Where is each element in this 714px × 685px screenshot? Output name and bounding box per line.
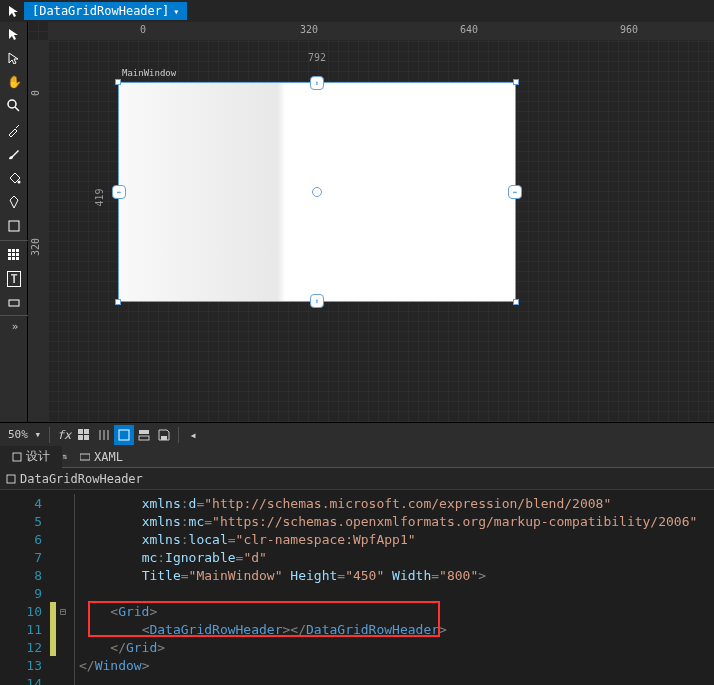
bucket-tool-icon[interactable]	[0, 166, 28, 190]
resize-handle-left[interactable]: ⬌	[112, 185, 126, 199]
line-number: 11	[0, 622, 50, 637]
line-number: 13	[0, 658, 50, 673]
svg-rect-11	[12, 257, 15, 260]
resize-handle-top[interactable]: ⬍	[310, 76, 324, 90]
outline-guide	[74, 602, 75, 620]
line-number: 8	[0, 568, 50, 583]
code-text[interactable]: <Grid>	[79, 604, 157, 619]
code-line[interactable]: 10⊟ <Grid>	[0, 602, 714, 620]
view-tabs: 设计 ⇅ XAML	[0, 446, 714, 468]
svg-rect-15	[84, 429, 89, 434]
svg-rect-13	[9, 300, 19, 306]
direct-select-tool-icon[interactable]	[0, 46, 28, 70]
center-anchor-icon[interactable]	[312, 187, 322, 197]
resize-handle-right[interactable]: ⬌	[508, 185, 522, 199]
selection-corner[interactable]	[115, 79, 121, 85]
design-surface[interactable]: 0 320 640 960 0 320 792 419 MainWindow ⬍…	[28, 22, 714, 422]
tool-panel: ✋ T »	[0, 22, 28, 422]
outline-guide	[74, 656, 75, 674]
zoom-level[interactable]: 50% ▾	[4, 428, 45, 441]
code-line[interactable]: 8 Title="MainWindow" Height="450" Width=…	[0, 566, 714, 584]
grid-tool-icon[interactable]	[0, 243, 28, 267]
snap-lines-icon[interactable]	[94, 425, 114, 445]
svg-rect-27	[7, 475, 15, 483]
code-line[interactable]: 11 <DataGridRowHeader></DataGridRowHeade…	[0, 620, 714, 638]
eyedropper-tool-icon[interactable]	[0, 118, 28, 142]
code-line[interactable]: 14	[0, 674, 714, 685]
outline-guide	[74, 584, 75, 602]
line-number: 10	[0, 604, 50, 619]
control-tool-icon[interactable]	[0, 291, 28, 315]
hand-tool-icon[interactable]: ✋	[0, 70, 28, 94]
ruler-tick: 0	[140, 24, 146, 35]
element-breadcrumb[interactable]: [DataGridRowHeader] ▾	[24, 2, 187, 20]
change-marker	[50, 512, 56, 530]
designer-statusbar: 50% ▾ fx ◂	[0, 422, 714, 446]
outline-guide	[74, 638, 75, 656]
fold-toggle-icon[interactable]: ⊟	[56, 606, 70, 617]
change-marker	[50, 494, 56, 512]
grid-snap-icon[interactable]	[74, 425, 94, 445]
code-line[interactable]: 6 xmlns:local="clr-namespace:WpfApp1"	[0, 530, 714, 548]
selection-corner[interactable]	[115, 299, 121, 305]
code-editor[interactable]: 4 xmlns:d="http://schemas.microsoft.com/…	[0, 490, 714, 685]
code-line[interactable]: 4 xmlns:d="http://schemas.microsoft.com/…	[0, 494, 714, 512]
pointer-tool-icon[interactable]	[0, 22, 28, 46]
tab-design[interactable]: 设计	[0, 446, 62, 468]
svg-rect-26	[80, 454, 90, 460]
code-text[interactable]: </Window>	[79, 658, 149, 673]
code-text[interactable]: xmlns:d="http://schemas.microsoft.com/ex…	[79, 496, 611, 511]
code-text[interactable]: xmlns:mc="https://schemas.openxmlformats…	[79, 514, 697, 529]
line-number: 12	[0, 640, 50, 655]
rect-tool-icon[interactable]	[0, 214, 28, 238]
code-text[interactable]: Title="MainWindow" Height="450" Width="8…	[79, 568, 486, 583]
save-icon[interactable]	[154, 425, 174, 445]
pen-tool-icon[interactable]	[0, 190, 28, 214]
horizontal-ruler: 0 320 640 960	[48, 22, 714, 40]
code-text[interactable]: mc:Ignorable="d"	[79, 550, 267, 565]
svg-rect-7	[8, 253, 11, 256]
artboard[interactable]: MainWindow ⬍ ⬍ ⬌ ⬌	[118, 82, 516, 302]
split-view-icon[interactable]	[134, 425, 154, 445]
selection-corner[interactable]	[513, 299, 519, 305]
selection-corner[interactable]	[513, 79, 519, 85]
svg-rect-10	[8, 257, 11, 260]
top-toolbar: [DataGridRowHeader] ▾	[0, 0, 714, 22]
tab-xaml[interactable]: XAML	[68, 446, 135, 467]
svg-point-0	[8, 100, 16, 108]
zoom-tool-icon[interactable]	[0, 94, 28, 118]
expand-tools-icon[interactable]: »	[0, 315, 28, 337]
outline-guide	[74, 494, 75, 512]
line-number: 5	[0, 514, 50, 529]
code-text[interactable]: <DataGridRowHeader></DataGridRowHeader>	[79, 622, 447, 637]
fx-button[interactable]: fx	[54, 425, 74, 445]
tab-label: XAML	[94, 450, 123, 464]
vertical-ruler: 0 320	[28, 40, 48, 422]
outline-guide	[74, 620, 75, 638]
code-line[interactable]: 9	[0, 584, 714, 602]
resize-handle-bottom[interactable]: ⬍	[310, 294, 324, 308]
svg-line-1	[15, 107, 19, 111]
window-title-label: MainWindow	[122, 68, 176, 78]
change-marker	[50, 656, 56, 674]
text-tool-icon[interactable]: T	[0, 267, 28, 291]
line-number: 6	[0, 532, 50, 547]
code-line[interactable]: 13</Window>	[0, 656, 714, 674]
code-line[interactable]: 12 </Grid>	[0, 638, 714, 656]
scroll-left-icon[interactable]: ◂	[183, 425, 203, 445]
svg-rect-6	[16, 249, 19, 252]
change-marker	[50, 620, 56, 638]
svg-rect-5	[12, 249, 15, 252]
code-line[interactable]: 5 xmlns:mc="https://schemas.openxmlforma…	[0, 512, 714, 530]
svg-rect-22	[139, 430, 149, 434]
code-line[interactable]: 7 mc:Ignorable="d"	[0, 548, 714, 566]
code-text[interactable]: xmlns:local="clr-namespace:WpfApp1"	[79, 532, 416, 547]
code-text[interactable]: </Grid>	[79, 640, 165, 655]
change-marker	[50, 674, 56, 685]
brush-tool-icon[interactable]	[0, 142, 28, 166]
show-bounds-icon[interactable]	[114, 425, 134, 445]
xaml-breadcrumb[interactable]: DataGridRowHeader	[0, 468, 714, 490]
svg-rect-8	[12, 253, 15, 256]
selection-cursor-icon[interactable]	[4, 1, 24, 21]
window-canvas[interactable]: ⬍ ⬍ ⬌ ⬌	[118, 82, 516, 302]
